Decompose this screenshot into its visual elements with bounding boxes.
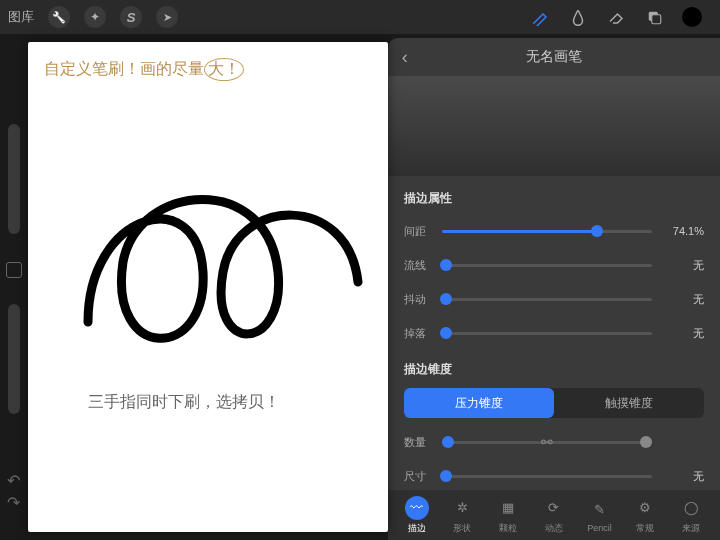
tab-颗粒[interactable]: ▦颗粒 — [488, 496, 528, 535]
canvas-area: 自定义笔刷！画的尽量大！ 三手指同时下刷，选拷贝！ — [28, 34, 388, 540]
transform-icon[interactable] — [156, 6, 178, 28]
tab-描边[interactable]: 〰描边 — [397, 496, 437, 535]
panel-title: 无名画笔 — [526, 48, 582, 66]
slider-falloff[interactable] — [442, 332, 652, 335]
handwritten-note-bottom: 三手指同时下刷，选拷贝！ — [88, 392, 280, 413]
brush-tab-bar: 〰描边✲形状▦颗粒⟳动态✎Pencil⚙常规◯来源 — [388, 490, 720, 540]
brush-preview — [388, 76, 720, 176]
tab-常规[interactable]: ⚙常规 — [625, 496, 665, 535]
redo-icon[interactable]: ↷ — [7, 493, 20, 512]
back-button[interactable]: ‹ — [402, 47, 408, 68]
tab-动态[interactable]: ⟳动态 — [534, 496, 574, 535]
row-amount: 数量 ⚯ — [404, 428, 704, 456]
undo-icon[interactable]: ↶ — [7, 471, 20, 490]
handwritten-note-top: 自定义笔刷！画的尽量大！ — [44, 58, 244, 81]
left-rail: ↶ ↷ — [0, 34, 28, 540]
seg-touch[interactable]: 触摸锥度 — [554, 388, 704, 418]
brush-icon[interactable] — [530, 7, 550, 27]
row-spacing: 间距 74.1% — [404, 217, 704, 245]
section-stroke-props: 描边属性 — [404, 190, 704, 207]
wrench-icon[interactable] — [48, 6, 70, 28]
tab-Pencil[interactable]: ✎Pencil — [580, 497, 620, 533]
toolbar-left: 图库 — [8, 6, 178, 28]
slider-jitter[interactable] — [442, 298, 652, 301]
color-picker[interactable] — [682, 7, 702, 27]
row-streamline: 流线 无 — [404, 251, 704, 279]
row-size: 尺寸 无 — [404, 462, 704, 490]
tab-形状[interactable]: ✲形状 — [442, 496, 482, 535]
taper-segmented: 压力锥度 触摸锥度 — [404, 388, 704, 418]
layers-icon[interactable] — [644, 7, 664, 27]
brush-size-slider[interactable] — [8, 124, 20, 234]
toolbar-right — [530, 7, 712, 27]
slider-amount[interactable]: ⚯ — [442, 441, 652, 444]
tab-来源[interactable]: ◯来源 — [671, 496, 711, 535]
row-jitter: 抖动 无 — [404, 285, 704, 313]
brush-settings-panel: ‹ 无名画笔 描边属性 间距 74.1% 流线 无 抖动 — [388, 38, 720, 540]
slider-spacing[interactable] — [442, 230, 652, 233]
seg-pressure[interactable]: 压力锥度 — [404, 388, 554, 418]
top-toolbar: 图库 — [0, 0, 720, 34]
gallery-button[interactable]: 图库 — [8, 8, 34, 26]
panel-header: ‹ 无名画笔 — [388, 38, 720, 76]
adjust-icon[interactable] — [84, 6, 106, 28]
smudge-icon[interactable] — [568, 7, 588, 27]
selection-icon[interactable] — [120, 6, 142, 28]
link-icon[interactable]: ⚯ — [541, 434, 553, 450]
brush-stroke-sample — [68, 122, 368, 352]
section-taper: 描边锥度 — [404, 361, 704, 378]
brush-opacity-slider[interactable] — [8, 304, 20, 414]
eraser-icon[interactable] — [606, 7, 626, 27]
row-falloff: 掉落 无 — [404, 319, 704, 347]
slider-size[interactable] — [442, 475, 652, 478]
slider-streamline[interactable] — [442, 264, 652, 267]
svg-rect-1 — [652, 15, 661, 24]
modify-button[interactable] — [6, 262, 22, 278]
drawing-canvas[interactable]: 自定义笔刷！画的尽量大！ 三手指同时下刷，选拷贝！ — [28, 42, 388, 532]
